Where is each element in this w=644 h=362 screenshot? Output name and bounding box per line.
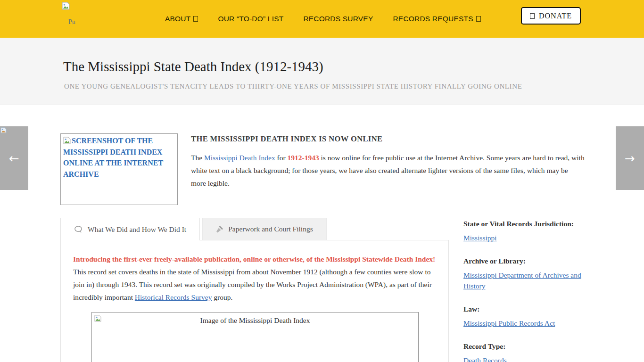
- meta-label: State or Vital Records Jurisdiction:: [463, 220, 586, 228]
- body-text: This record set covers deaths in the sta…: [73, 268, 432, 301]
- featured-image-broken[interactable]: SCREENSHOT OF THE MISSISSIPPI DEATH INDE…: [60, 133, 178, 205]
- dropdown-indicator-icon: [193, 16, 198, 22]
- page-title: The Mississippi State Death Index (1912-…: [63, 59, 323, 74]
- jurisdiction-link[interactable]: Mississippi: [463, 232, 497, 243]
- next-post-button[interactable]: →: [616, 126, 644, 190]
- intro-paragraph: The Mississippi Death Index for 1912-194…: [191, 151, 585, 189]
- right-arrow-icon: →: [625, 151, 635, 165]
- body-text: group.: [212, 293, 232, 301]
- page-title-band: The Mississippi State Death Index (1912-…: [0, 38, 644, 105]
- record-type-link[interactable]: Death Records: [463, 355, 507, 362]
- tab-label: Paperwork and Court Filings: [228, 225, 313, 233]
- meta-group-archive: Archive or Library: Mississippi Departme…: [463, 257, 586, 291]
- broken-image-icon: [63, 137, 71, 144]
- nav-label: RECORDS SURVEY: [303, 15, 373, 23]
- death-index-image-broken[interactable]: Image of the Mississippi Death Index: [91, 312, 419, 362]
- broken-image-icon: [0, 127, 7, 133]
- page-subtitle: ONE YOUNG GENEALOGIST'S TENACITY LEADS T…: [64, 82, 522, 90]
- meta-label: Law:: [463, 305, 586, 313]
- donate-button[interactable]: DONATE: [521, 7, 581, 25]
- nav-item-records-survey[interactable]: RECORDS SURVEY: [303, 15, 373, 23]
- dropdown-indicator-icon: [476, 16, 481, 22]
- law-link[interactable]: Mississippi Public Records Act: [463, 318, 555, 329]
- content-tabs: What We Did and How We Did It Paperwork …: [60, 218, 327, 240]
- meta-group-record-type: Record Type: Death Records: [463, 342, 586, 362]
- intro-text: for: [275, 154, 288, 162]
- nav-label: ABOUT: [165, 15, 190, 23]
- meta-label: Record Type:: [463, 342, 586, 351]
- nav-item-records-requests[interactable]: RECORDS REQUESTS: [393, 15, 480, 23]
- tab-panel-paragraph: Introducing the first-ever freely-availa…: [73, 253, 436, 304]
- site-header: Pu ABOUT OUR “TO-DO” LIST RECORDS SURVEY…: [0, 0, 644, 38]
- article-intro: THE MISSISSIPPI DEATH INDEX IS NOW ONLIN…: [191, 134, 585, 189]
- broken-image-icon: [62, 2, 70, 10]
- gavel-icon: [216, 225, 223, 233]
- mississippi-death-index-link[interactable]: Mississippi Death Index: [204, 154, 275, 162]
- tab-paperwork-court-filings[interactable]: Paperwork and Court Filings: [202, 218, 327, 240]
- nav-item-about[interactable]: ABOUT: [165, 15, 198, 23]
- featured-image-alt-text: SCREENSHOT OF THE MISSISSIPPI DEATH INDE…: [63, 137, 163, 178]
- meta-group-law: Law: Mississippi Public Records Act: [463, 305, 586, 329]
- main-nav: ABOUT OUR “TO-DO” LIST RECORDS SURVEY RE…: [165, 0, 481, 38]
- tab-label: What We Did and How We Did It: [88, 225, 186, 234]
- nav-item-todo-list[interactable]: OUR “TO-DO” LIST: [218, 15, 283, 23]
- meta-group-jurisdiction: State or Vital Records Jurisdiction: Mis…: [463, 220, 586, 243]
- intro-text: The: [191, 154, 204, 162]
- site-logo-broken-image[interactable]: Pu: [62, 2, 90, 26]
- donate-icon: [530, 13, 535, 19]
- image-alt-text: Image of the Mississippi Death Index: [94, 316, 416, 325]
- meta-label: Archive or Library:: [463, 257, 586, 265]
- intro-heading: THE MISSISSIPPI DEATH INDEX IS NOW ONLIN…: [191, 134, 585, 144]
- broken-image-icon: [94, 315, 101, 322]
- previous-post-button[interactable]: ←: [0, 126, 28, 190]
- archive-link[interactable]: Mississippi Department of Archives and H…: [463, 270, 586, 291]
- year-range-highlight: 1912-1943: [288, 154, 319, 162]
- tab-what-we-did[interactable]: What We Did and How We Did It: [60, 218, 200, 240]
- nav-label: OUR “TO-DO” LIST: [218, 15, 283, 23]
- comments-icon: [74, 226, 83, 233]
- left-arrow-icon: ←: [9, 151, 19, 165]
- featured-alt-label: SCREENSHOT OF THE MISSISSIPPI DEATH INDE…: [63, 137, 163, 178]
- historical-records-survey-link[interactable]: Historical Records Survey: [135, 293, 212, 301]
- nav-label: RECORDS REQUESTS: [393, 15, 473, 23]
- lead-sentence: Introducing the first-ever freely-availa…: [73, 255, 435, 263]
- record-meta-sidebar: State or Vital Records Jurisdiction: Mis…: [463, 220, 586, 362]
- logo-alt-text: Pu: [68, 18, 90, 26]
- donate-label: DONATE: [539, 12, 572, 20]
- tab-panel: Introducing the first-ever freely-availa…: [60, 240, 449, 362]
